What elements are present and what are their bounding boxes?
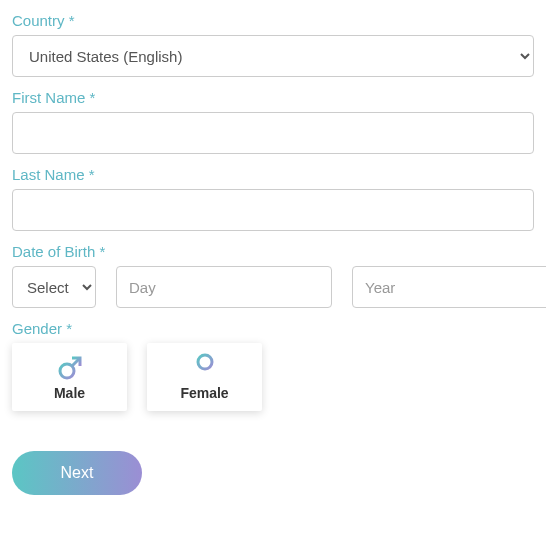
- svg-line-1: [72, 359, 79, 366]
- dob-day-input[interactable]: [116, 266, 332, 308]
- first-name-label: First Name *: [12, 89, 534, 106]
- gender-option-female[interactable]: Female: [147, 343, 262, 411]
- country-select[interactable]: United States (English): [12, 35, 534, 77]
- country-label: Country *: [12, 12, 534, 29]
- dob-label: Date of Birth *: [12, 243, 534, 260]
- female-icon: [194, 353, 216, 383]
- male-icon: [57, 353, 83, 383]
- gender-female-label: Female: [180, 385, 228, 401]
- next-button[interactable]: Next: [12, 451, 142, 495]
- gender-male-label: Male: [54, 385, 85, 401]
- gender-option-male[interactable]: Male: [12, 343, 127, 411]
- gender-label: Gender *: [12, 320, 534, 337]
- svg-point-0: [60, 364, 74, 378]
- dob-year-input[interactable]: [352, 266, 546, 308]
- last-name-label: Last Name *: [12, 166, 534, 183]
- last-name-input[interactable]: [12, 189, 534, 231]
- first-name-input[interactable]: [12, 112, 534, 154]
- svg-point-2: [198, 355, 212, 369]
- dob-month-select[interactable]: Select: [12, 266, 96, 308]
